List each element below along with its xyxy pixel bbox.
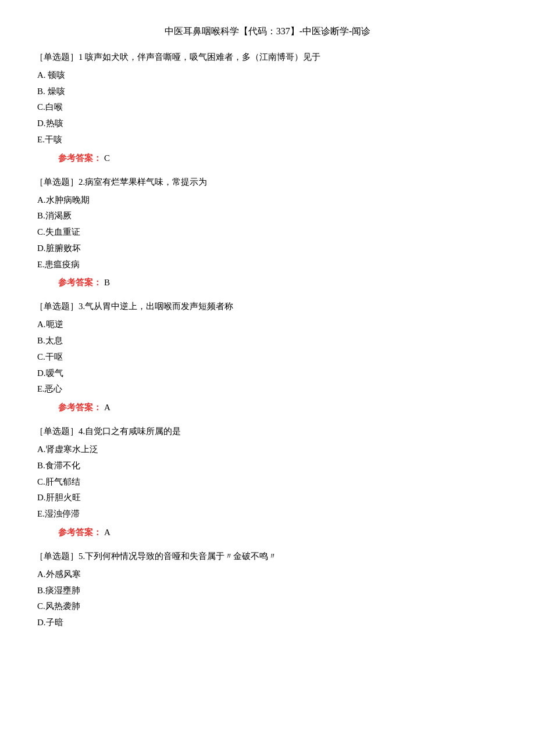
answer-value-2: B <box>104 278 110 287</box>
answer-label-4: 参考答案： <box>58 528 102 537</box>
option-3-1: A.呃逆 <box>35 317 500 333</box>
question-block-2: ［单选题］2.病室有烂苹果样气味，常提示为A.水肿病晚期B.消渴厥C.失血重证D… <box>35 174 500 291</box>
answer-value-1: C <box>104 153 110 163</box>
answer-line-4: 参考答案：A <box>35 525 500 540</box>
option-4-3: C.肝气郁结 <box>35 474 500 490</box>
option-1-1: A. 顿咳 <box>35 67 500 84</box>
option-1-4: D.热咳 <box>35 116 500 132</box>
question-header-4: ［单选题］4.自觉口之有咸味所属的是 <box>35 424 500 439</box>
option-3-5: E.恶心 <box>35 381 500 397</box>
option-1-5: E.干咳 <box>35 132 500 148</box>
option-3-2: B.太息 <box>35 333 500 349</box>
answer-label-2: 参考答案： <box>58 278 102 287</box>
option-5-1: A.外感风寒 <box>35 567 500 583</box>
option-1-2: B. 燥咳 <box>35 84 500 100</box>
option-3-3: C.干呕 <box>35 349 500 366</box>
answer-line-3: 参考答案：A <box>35 400 500 415</box>
option-5-2: B.痰湿壅肺 <box>35 583 500 599</box>
option-2-4: D.脏腑败坏 <box>35 241 500 257</box>
option-2-2: B.消渴厥 <box>35 208 500 224</box>
option-4-2: B.食滞不化 <box>35 458 500 474</box>
answer-value-4: A <box>104 528 110 537</box>
answer-line-2: 参考答案：B <box>35 275 500 291</box>
option-2-1: A.水肿病晚期 <box>35 192 500 209</box>
question-block-1: ［单选题］1 咳声如犬吠，伴声音嘶哑，吸气困难者，多（江南博哥）见于A. 顿咳B… <box>35 49 500 166</box>
question-block-3: ［单选题］3.气从胃中逆上，出咽喉而发声短频者称A.呃逆B.太息C.干呕D.嗳气… <box>35 299 500 415</box>
option-2-5: E.患瘟疫病 <box>35 257 500 273</box>
question-header-2: ［单选题］2.病室有烂苹果样气味，常提示为 <box>35 174 500 190</box>
option-1-3: C.白喉 <box>35 99 500 116</box>
option-4-1: A.肾虚寒水上泛 <box>35 442 500 458</box>
answer-label-3: 参考答案： <box>58 403 102 412</box>
question-header-5: ［单选题］5.下列何种情况导致的音哑和失音属于〃金破不鸣〃 <box>35 549 500 564</box>
page-title: 中医耳鼻咽喉科学【代码：337】-中医诊断学-闻诊 <box>35 23 500 40</box>
option-5-3: C.风热袭肺 <box>35 599 500 615</box>
option-4-5: E.湿浊停滞 <box>35 506 500 522</box>
option-5-4: D.子暗 <box>35 615 500 631</box>
question-header-3: ［单选题］3.气从胃中逆上，出咽喉而发声短频者称 <box>35 299 500 314</box>
question-header-1: ［单选题］1 咳声如犬吠，伴声音嘶哑，吸气困难者，多（江南博哥）见于 <box>35 49 500 65</box>
answer-label-1: 参考答案： <box>58 153 102 163</box>
option-4-4: D.肝胆火旺 <box>35 490 500 506</box>
option-3-4: D.嗳气 <box>35 366 500 382</box>
option-2-3: C.失血重证 <box>35 224 500 241</box>
question-block-4: ［单选题］4.自觉口之有咸味所属的是A.肾虚寒水上泛B.食滞不化C.肝气郁结D.… <box>35 424 500 540</box>
answer-line-1: 参考答案：C <box>35 151 500 166</box>
answer-value-3: A <box>104 403 110 412</box>
question-block-5: ［单选题］5.下列何种情况导致的音哑和失音属于〃金破不鸣〃A.外感风寒B.痰湿壅… <box>35 549 500 631</box>
